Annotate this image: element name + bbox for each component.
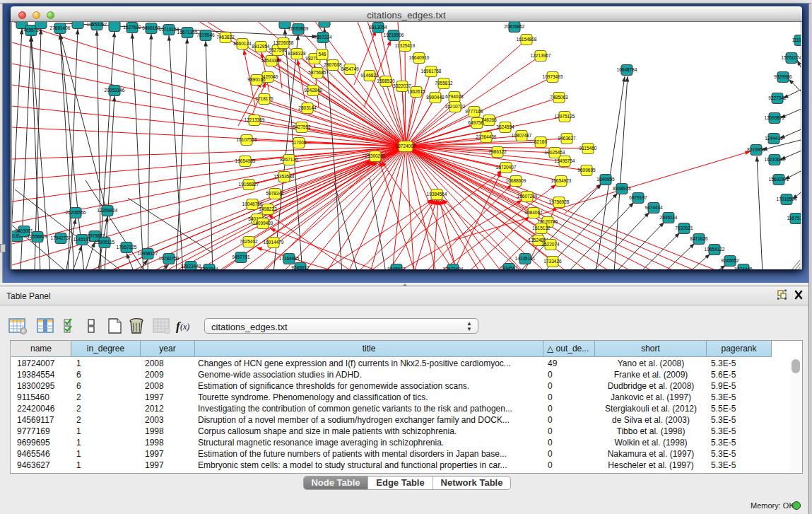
svg-text:10688609: 10688609 (506, 178, 526, 183)
svg-text:16961758: 16961758 (421, 69, 442, 74)
svg-text:9474445: 9474445 (734, 267, 753, 269)
svg-text:10973493: 10973493 (543, 74, 563, 79)
svg-text:16654923: 16654923 (551, 178, 572, 183)
svg-text:(x): (x) (180, 322, 189, 332)
svg-text:1292344: 1292344 (200, 267, 218, 269)
svg-text:1640955: 1640955 (596, 177, 615, 182)
svg-text:13226058: 13226058 (273, 40, 294, 45)
svg-text:2522074: 2522074 (541, 242, 560, 247)
svg-text:2867608: 2867608 (324, 62, 342, 67)
svg-text:9474444: 9474444 (645, 205, 663, 210)
svg-text:17016504: 17016504 (777, 197, 797, 201)
svg-text:14099489: 14099489 (253, 221, 273, 226)
svg-text:9463001: 9463001 (15, 228, 33, 233)
svg-text:2803144: 2803144 (298, 105, 317, 110)
svg-text:17942737: 17942737 (51, 235, 71, 240)
svg-text:9227342: 9227342 (768, 95, 787, 100)
svg-text:9115460: 9115460 (579, 146, 597, 151)
svg-text:16053809: 16053809 (288, 26, 309, 31)
svg-text:9245013: 9245013 (387, 267, 406, 269)
svg-text:5875685: 5875685 (308, 70, 326, 75)
svg-text:10958127: 10958127 (138, 251, 158, 256)
svg-text:10025453: 10025453 (545, 150, 565, 155)
svg-text:62160: 62160 (534, 139, 547, 144)
svg-text:8186328: 8186328 (288, 51, 306, 56)
svg-text:12905115: 12905115 (95, 240, 115, 245)
svg-text:15751074: 15751074 (782, 55, 801, 60)
svg-text:16782759: 16782759 (159, 256, 180, 261)
svg-text:746266: 746266 (481, 117, 497, 122)
svg-text:10654122: 10654122 (705, 247, 725, 252)
svg-text:11325419: 11325419 (395, 43, 416, 48)
svg-text:1111111: 1111111 (792, 37, 801, 42)
svg-text:9457791: 9457791 (232, 255, 250, 259)
svg-text:20876862: 20876862 (505, 24, 525, 29)
svg-text:9245012: 9245012 (291, 265, 310, 269)
svg-text:7463822: 7463822 (216, 35, 235, 40)
svg-text:9463627: 9463627 (558, 136, 576, 141)
svg-text:10973494: 10973494 (443, 267, 464, 269)
svg-text:9245652: 9245652 (721, 258, 739, 263)
svg-text:1244415: 1244415 (765, 136, 783, 141)
svg-text:1167531: 1167531 (787, 216, 801, 221)
svg-text:19756928: 19756928 (549, 199, 570, 204)
svg-text:11556829: 11556829 (28, 234, 48, 239)
svg-text:8990448: 8990448 (426, 95, 445, 100)
svg-text:8471626: 8471626 (690, 236, 708, 241)
svg-text:9329966: 9329966 (774, 74, 792, 79)
svg-text:26206556: 26206556 (66, 210, 86, 215)
svg-text:1527602: 1527602 (123, 25, 141, 30)
svg-text:18724007: 18724007 (396, 144, 416, 148)
svg-text:12923448: 12923448 (181, 264, 201, 269)
svg-text:6466160: 6466160 (142, 25, 160, 30)
svg-text:18607249: 18607249 (517, 194, 538, 199)
svg-text:15692971: 15692971 (769, 177, 789, 182)
svg-text:8215955: 8215955 (747, 147, 765, 152)
svg-text:7632621: 7632621 (675, 226, 693, 230)
svg-text:10719154: 10719154 (159, 27, 180, 32)
svg-text:9146821: 9146821 (360, 73, 379, 78)
svg-text:16648784: 16648784 (617, 67, 637, 72)
svg-text:7515546: 7515546 (196, 33, 215, 37)
svg-text:6879197: 6879197 (629, 195, 647, 200)
svg-text:7485063: 7485063 (550, 95, 568, 100)
svg-text:16210643: 16210643 (765, 157, 785, 162)
svg-text:14135141: 14135141 (515, 256, 536, 261)
svg-text:8427552: 8427552 (293, 124, 311, 129)
svg-text:2935114: 2935114 (660, 215, 678, 220)
svg-text:13495754: 13495754 (555, 158, 575, 163)
svg-text:16914479: 16914479 (264, 240, 284, 245)
svg-text:6794028: 6794028 (445, 94, 464, 99)
svg-text:10653287: 10653287 (87, 22, 107, 27)
svg-text:1362615: 1362615 (407, 89, 425, 94)
svg-text:1588520: 1588520 (377, 78, 395, 83)
svg-text:12213967: 12213967 (531, 53, 551, 58)
svg-text:15353584: 15353584 (274, 174, 295, 179)
svg-text:9890166: 9890166 (247, 77, 266, 82)
svg-text:7834561: 7834561 (500, 266, 518, 269)
svg-text:7357224: 7357224 (314, 35, 332, 40)
svg-text:19166827: 19166827 (239, 182, 259, 187)
svg-text:9699695: 9699695 (577, 168, 596, 173)
svg-text:8813054: 8813054 (369, 25, 387, 30)
svg-text:19384554: 19384554 (427, 192, 447, 197)
svg-text:9242848: 9242848 (304, 88, 322, 93)
svg-text:20053346: 20053346 (105, 88, 125, 93)
svg-text:7955812: 7955812 (435, 81, 453, 86)
svg-text:8454749: 8454749 (341, 66, 359, 71)
svg-text:16671355: 16671355 (177, 30, 198, 35)
svg-text:16210722: 16210722 (445, 104, 466, 109)
svg-text:546: 546 (319, 52, 326, 57)
svg-text:117006: 117006 (291, 140, 307, 145)
svg-text:2718176: 2718176 (255, 96, 273, 101)
svg-text:8912954: 8912954 (252, 44, 270, 49)
svg-text:17957225: 17957225 (117, 245, 137, 250)
svg-text:19218506: 19218506 (384, 33, 404, 37)
svg-text:1733426: 1733426 (543, 259, 562, 264)
svg-text:16543382: 16543382 (261, 58, 282, 63)
svg-text:21364436: 21364436 (476, 134, 497, 139)
svg-text:12213369: 12213369 (245, 117, 265, 122)
svg-text:5978342: 5978342 (266, 191, 284, 196)
svg-text:5322037: 5322037 (393, 83, 411, 88)
svg-text:7986322: 7986322 (488, 149, 507, 154)
